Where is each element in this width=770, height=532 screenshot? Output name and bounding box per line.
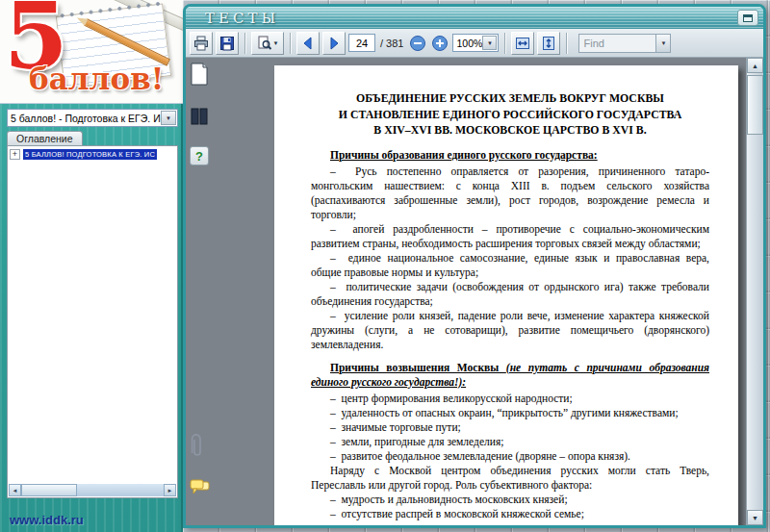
logo: 5 баллов! [0, 0, 183, 104]
scroll-thumb[interactable] [21, 484, 77, 496]
toolbar-separator [244, 33, 245, 54]
sidebar: 5 баллов! 5 баллов! - Подготовка к ЕГЭ. … [0, 0, 183, 532]
tree-horizontal-scrollbar[interactable]: ◄ ► [9, 484, 176, 496]
toolbar: ▼ / 381 100% ▼ [186, 29, 763, 58]
fit-width-button[interactable] [511, 32, 534, 55]
chevron-down-icon[interactable]: ▼ [655, 35, 670, 52]
document-page: ОБЪЕДИНЕНИЕ РУССКИХ ЗЕМЕЛЬ ВОКРУГ МОСКВЫ… [274, 65, 738, 525]
viewer-window: ТЕСТЫ ▼ / 381 [183, 4, 766, 528]
doc-title-line: И СТАНОВЛЕНИЕ ЕДИНОГО РОССИЙСКОГО ГОСУДА… [311, 107, 709, 123]
chevron-down-icon: ▼ [273, 40, 279, 46]
two-pages-icon [190, 108, 209, 125]
zoom-out-button[interactable] [408, 34, 427, 53]
question-mark-icon: ? [195, 149, 203, 164]
vertical-scrollbar[interactable]: ▲ ▼ [746, 58, 763, 525]
scroll-up-button[interactable]: ▲ [747, 58, 763, 73]
printer-icon [193, 36, 209, 51]
print-button[interactable] [190, 32, 213, 55]
doc-title-line: В XIV–XVI ВВ. МОСКОВСКОЕ ЦАРСТВО В XVI В… [311, 122, 709, 139]
doc-paragraph: – единое национальное самосознание, един… [311, 251, 709, 280]
tree-item[interactable]: + 5 БАЛЛОВ! ПОДГОТОВКА К ЕГЭ. ИС [8, 146, 177, 163]
title-bar: ТЕСТЫ [186, 7, 763, 29]
zoom-value: 100% [453, 38, 482, 49]
fit-page-button[interactable] [537, 32, 560, 55]
save-button[interactable] [216, 32, 239, 55]
scroll-right-icon[interactable]: ► [164, 484, 176, 496]
toolbar-separator [566, 33, 567, 54]
edition-select[interactable]: 5 баллов! - Подготовка к ЕГЭ. Ис ▼ [7, 109, 178, 127]
find-box: ▼ [578, 34, 671, 53]
doc-heading: Причины образования единого русского гос… [311, 148, 709, 163]
doc-paragraph: – удаленность от опасных окраин, “прикры… [311, 406, 709, 420]
fit-page-icon [541, 36, 556, 51]
logo-word: баллов! [29, 62, 164, 96]
doc-paragraph: – усиление роли князей, падение роли веч… [311, 309, 709, 352]
speech-bubble-icon [190, 479, 211, 495]
tree-expander-icon[interactable]: + [10, 149, 20, 160]
page-icon [190, 63, 209, 86]
edition-select-value: 5 баллов! - Подготовка к ЕГЭ. Ис [11, 113, 161, 124]
chevron-down-icon[interactable]: ▼ [161, 111, 176, 125]
floppy-icon [219, 36, 235, 51]
arrow-left-icon [300, 36, 316, 51]
scroll-thumb[interactable] [747, 75, 763, 135]
site-link[interactable]: www.iddk.ru [10, 513, 84, 527]
zoom-in-button[interactable] [430, 34, 449, 53]
app-background: 5 баллов! 5 баллов! - Подготовка к ЕГЭ. … [0, 0, 770, 532]
doc-paragraph: – развитое феодальное землевладение (дво… [311, 449, 709, 464]
paperclip-icon [190, 433, 205, 460]
attachment-button[interactable] [190, 433, 205, 460]
doc-paragraph: – отсутствие распрей в московской княжес… [311, 507, 709, 521]
scroll-left-icon[interactable]: ◄ [9, 484, 21, 496]
toc-tree: + 5 БАЛЛОВ! ПОДГОТОВКА К ЕГЭ. ИС ◄ ► [7, 145, 178, 498]
zoom-in-icon [431, 35, 449, 52]
two-page-view-button[interactable] [190, 108, 209, 125]
prev-page-button[interactable] [296, 32, 320, 55]
find-input[interactable] [579, 38, 655, 49]
toolbar-separator [504, 33, 505, 54]
chevron-down-icon[interactable]: ▼ [482, 36, 497, 50]
help-button[interactable]: ? [190, 146, 209, 165]
page-total-label: / 381 [378, 38, 405, 49]
tree-item-label[interactable]: 5 БАЛЛОВ! ПОДГОТОВКА К ЕГЭ. ИС [23, 149, 157, 160]
print-preview-icon [257, 36, 272, 51]
doc-paragraph: – мудрость и дальновидность московских к… [311, 493, 709, 507]
doc-paragraph: – центр формирования великорусской народ… [311, 392, 709, 406]
doc-paragraph: – Русь постепенно оправляется от разорен… [311, 165, 709, 222]
next-page-button[interactable] [322, 32, 346, 55]
scroll-down-button[interactable]: ▼ [747, 510, 763, 525]
zoom-select[interactable]: 100% ▼ [452, 34, 499, 52]
window-menu-button[interactable] [737, 10, 758, 26]
doc-paragraph: – значимые торговые пути; [311, 420, 709, 435]
doc-paragraph: – земли, пригодные для земледелия; [311, 435, 709, 449]
doc-title-line: ОБЪЕДИНЕНИЕ РУССКИХ ЗЕМЕЛЬ ВОКРУГ МОСКВЫ [311, 90, 709, 107]
document-area: ? ОБЪЕДИНЕНИЕ РУССКИХ ЗЕМЕЛЬ ВОКРУГ МОСК… [186, 58, 763, 525]
window-icon [743, 14, 753, 22]
single-page-view-button[interactable] [190, 63, 209, 86]
toolbar-separator [290, 33, 291, 54]
doc-title: ОБЪЕДИНЕНИЕ РУССКИХ ЗЕМЕЛЬ ВОКРУГ МОСКВЫ… [311, 90, 709, 139]
page-number-input[interactable] [348, 34, 375, 52]
window-title: ТЕСТЫ [205, 10, 279, 27]
print-preview-button[interactable]: ▼ [251, 32, 284, 55]
zoom-out-icon [409, 35, 426, 52]
comment-button[interactable] [190, 479, 211, 495]
fit-width-icon [515, 36, 530, 51]
doc-paragraph: – апогей раздробленности – противоречие … [311, 222, 709, 251]
doc-paragraph: – политические задачи (освобождения от о… [311, 280, 709, 309]
doc-paragraph: Наряду с Москвой центром объединения рус… [311, 464, 709, 493]
tab-contents[interactable]: Оглавление [7, 131, 83, 145]
arrow-right-icon [326, 36, 342, 51]
doc-heading: Причины возвышения Москвы (не путать с п… [311, 361, 709, 390]
